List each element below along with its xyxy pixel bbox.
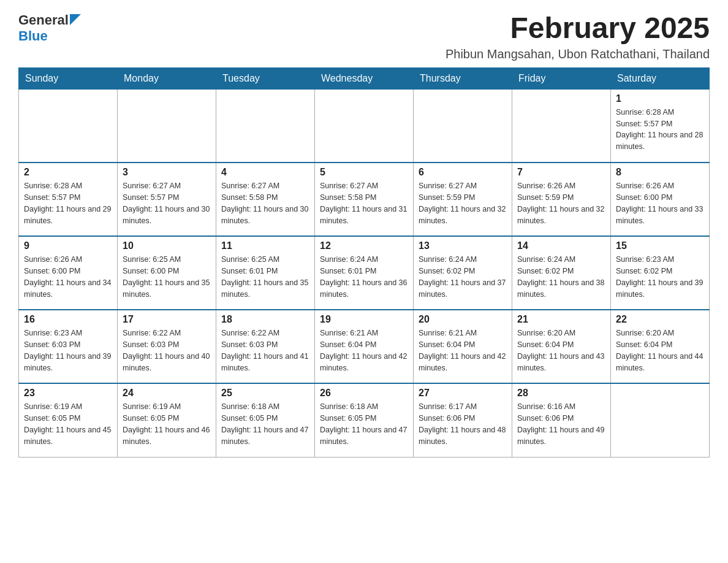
day-number: 19 bbox=[320, 314, 408, 325]
calendar-cell-week1-day4 bbox=[315, 89, 414, 163]
day-info: Sunrise: 6:21 AMSunset: 6:04 PMDaylight:… bbox=[320, 327, 408, 373]
day-info: Sunrise: 6:25 AMSunset: 6:00 PMDaylight:… bbox=[123, 254, 211, 300]
logo-arrow-icon bbox=[70, 14, 81, 25]
calendar-cell-week4-day1: 16Sunrise: 6:23 AMSunset: 6:03 PMDayligh… bbox=[19, 310, 118, 383]
calendar-cell-week4-day5: 20Sunrise: 6:21 AMSunset: 6:04 PMDayligh… bbox=[414, 310, 512, 383]
day-info: Sunrise: 6:27 AMSunset: 5:58 PMDaylight:… bbox=[320, 180, 408, 226]
calendar-cell-week2-day2: 3Sunrise: 6:27 AMSunset: 5:57 PMDaylight… bbox=[118, 163, 216, 236]
calendar-cell-week5-day3: 25Sunrise: 6:18 AMSunset: 6:05 PMDayligh… bbox=[216, 383, 315, 457]
location-title: Phibun Mangsahan, Ubon Ratchathani, Thai… bbox=[446, 47, 710, 61]
day-info: Sunrise: 6:20 AMSunset: 6:04 PMDaylight:… bbox=[616, 327, 704, 373]
calendar-cell-week2-day5: 6Sunrise: 6:27 AMSunset: 5:59 PMDaylight… bbox=[414, 163, 512, 236]
week-row-2: 2Sunrise: 6:28 AMSunset: 5:57 PMDaylight… bbox=[19, 163, 710, 236]
day-number: 18 bbox=[221, 314, 309, 325]
header-thursday: Thursday bbox=[414, 67, 512, 89]
day-number: 23 bbox=[24, 388, 112, 399]
calendar-cell-week2-day1: 2Sunrise: 6:28 AMSunset: 5:57 PMDaylight… bbox=[19, 163, 118, 236]
day-number: 17 bbox=[123, 314, 211, 325]
day-number: 15 bbox=[616, 240, 704, 251]
calendar-cell-week5-day7 bbox=[611, 383, 710, 457]
day-number: 22 bbox=[616, 314, 704, 325]
calendar-cell-week3-day5: 13Sunrise: 6:24 AMSunset: 6:02 PMDayligh… bbox=[414, 236, 512, 310]
calendar-cell-week1-day2 bbox=[118, 89, 216, 163]
logo-general-text: General bbox=[18, 12, 69, 28]
day-info: Sunrise: 6:26 AMSunset: 6:00 PMDaylight:… bbox=[24, 254, 112, 300]
day-number: 8 bbox=[616, 167, 704, 178]
day-number: 26 bbox=[320, 388, 408, 399]
day-info: Sunrise: 6:16 AMSunset: 6:06 PMDaylight:… bbox=[517, 401, 605, 447]
day-number: 20 bbox=[419, 314, 507, 325]
day-info: Sunrise: 6:26 AMSunset: 5:59 PMDaylight:… bbox=[517, 180, 605, 226]
calendar-cell-week1-day6 bbox=[512, 89, 611, 163]
calendar-cell-week1-day1 bbox=[19, 89, 118, 163]
header-tuesday: Tuesday bbox=[216, 67, 315, 89]
calendar-cell-week3-day2: 10Sunrise: 6:25 AMSunset: 6:00 PMDayligh… bbox=[118, 236, 216, 310]
calendar-cell-week1-day7: 1Sunrise: 6:28 AMSunset: 5:57 PMDaylight… bbox=[611, 89, 710, 163]
day-info: Sunrise: 6:27 AMSunset: 5:58 PMDaylight:… bbox=[221, 180, 309, 226]
day-number: 21 bbox=[517, 314, 605, 325]
day-number: 13 bbox=[419, 240, 507, 251]
calendar-cell-week4-day3: 18Sunrise: 6:22 AMSunset: 6:03 PMDayligh… bbox=[216, 310, 315, 383]
calendar-cell-week5-day6: 28Sunrise: 6:16 AMSunset: 6:06 PMDayligh… bbox=[512, 383, 611, 457]
header-monday: Monday bbox=[118, 67, 216, 89]
calendar-cell-week5-day4: 26Sunrise: 6:18 AMSunset: 6:05 PMDayligh… bbox=[315, 383, 414, 457]
day-info: Sunrise: 6:26 AMSunset: 6:00 PMDaylight:… bbox=[616, 180, 704, 226]
calendar-cell-week5-day1: 23Sunrise: 6:19 AMSunset: 6:05 PMDayligh… bbox=[19, 383, 118, 457]
day-number: 3 bbox=[123, 167, 211, 178]
calendar-cell-week5-day2: 24Sunrise: 6:19 AMSunset: 6:05 PMDayligh… bbox=[118, 383, 216, 457]
header-sunday: Sunday bbox=[19, 67, 118, 89]
day-info: Sunrise: 6:24 AMSunset: 6:02 PMDaylight:… bbox=[419, 254, 507, 300]
day-info: Sunrise: 6:23 AMSunset: 6:02 PMDaylight:… bbox=[616, 254, 704, 300]
calendar-cell-week4-day2: 17Sunrise: 6:22 AMSunset: 6:03 PMDayligh… bbox=[118, 310, 216, 383]
day-info: Sunrise: 6:24 AMSunset: 6:02 PMDaylight:… bbox=[517, 254, 605, 300]
logo-blue-text: Blue bbox=[18, 28, 48, 44]
calendar-table: Sunday Monday Tuesday Wednesday Thursday… bbox=[18, 67, 710, 458]
day-info: Sunrise: 6:19 AMSunset: 6:05 PMDaylight:… bbox=[24, 401, 112, 447]
calendar-cell-week1-day3 bbox=[216, 89, 315, 163]
day-number: 4 bbox=[221, 167, 309, 178]
day-number: 27 bbox=[419, 388, 507, 399]
day-number: 1 bbox=[616, 93, 704, 104]
day-number: 10 bbox=[123, 240, 211, 251]
week-row-3: 9Sunrise: 6:26 AMSunset: 6:00 PMDaylight… bbox=[19, 236, 710, 310]
day-number: 25 bbox=[221, 388, 309, 399]
calendar-cell-week3-day6: 14Sunrise: 6:24 AMSunset: 6:02 PMDayligh… bbox=[512, 236, 611, 310]
header-friday: Friday bbox=[512, 67, 611, 89]
calendar-cell-week2-day3: 4Sunrise: 6:27 AMSunset: 5:58 PMDaylight… bbox=[216, 163, 315, 236]
day-number: 9 bbox=[24, 240, 112, 251]
day-number: 2 bbox=[24, 167, 112, 178]
day-info: Sunrise: 6:20 AMSunset: 6:04 PMDaylight:… bbox=[517, 327, 605, 373]
week-row-5: 23Sunrise: 6:19 AMSunset: 6:05 PMDayligh… bbox=[19, 383, 710, 457]
page-header: General Blue February 2025 Phibun Mangsa… bbox=[18, 12, 710, 61]
day-number: 6 bbox=[419, 167, 507, 178]
calendar-cell-week4-day7: 22Sunrise: 6:20 AMSunset: 6:04 PMDayligh… bbox=[611, 310, 710, 383]
calendar-cell-week3-day7: 15Sunrise: 6:23 AMSunset: 6:02 PMDayligh… bbox=[611, 236, 710, 310]
day-number: 14 bbox=[517, 240, 605, 251]
calendar-cell-week5-day5: 27Sunrise: 6:17 AMSunset: 6:06 PMDayligh… bbox=[414, 383, 512, 457]
day-info: Sunrise: 6:21 AMSunset: 6:04 PMDaylight:… bbox=[419, 327, 507, 373]
header-saturday: Saturday bbox=[611, 67, 710, 89]
day-info: Sunrise: 6:18 AMSunset: 6:05 PMDaylight:… bbox=[221, 401, 309, 447]
day-info: Sunrise: 6:27 AMSunset: 5:59 PMDaylight:… bbox=[419, 180, 507, 226]
day-info: Sunrise: 6:18 AMSunset: 6:05 PMDaylight:… bbox=[320, 401, 408, 447]
week-row-1: 1Sunrise: 6:28 AMSunset: 5:57 PMDaylight… bbox=[19, 89, 710, 163]
day-info: Sunrise: 6:23 AMSunset: 6:03 PMDaylight:… bbox=[24, 327, 112, 373]
day-info: Sunrise: 6:22 AMSunset: 6:03 PMDaylight:… bbox=[123, 327, 211, 373]
header-wednesday: Wednesday bbox=[315, 67, 414, 89]
day-number: 7 bbox=[517, 167, 605, 178]
day-info: Sunrise: 6:25 AMSunset: 6:01 PMDaylight:… bbox=[221, 254, 309, 300]
day-number: 24 bbox=[123, 388, 211, 399]
calendar-header-row: Sunday Monday Tuesday Wednesday Thursday… bbox=[19, 67, 710, 89]
week-row-4: 16Sunrise: 6:23 AMSunset: 6:03 PMDayligh… bbox=[19, 310, 710, 383]
calendar-cell-week2-day6: 7Sunrise: 6:26 AMSunset: 5:59 PMDaylight… bbox=[512, 163, 611, 236]
day-number: 16 bbox=[24, 314, 112, 325]
day-info: Sunrise: 6:19 AMSunset: 6:05 PMDaylight:… bbox=[123, 401, 211, 447]
day-number: 28 bbox=[517, 388, 605, 399]
month-title: February 2025 bbox=[446, 12, 710, 45]
day-number: 12 bbox=[320, 240, 408, 251]
svg-marker-0 bbox=[70, 14, 81, 25]
day-info: Sunrise: 6:28 AMSunset: 5:57 PMDaylight:… bbox=[24, 180, 112, 226]
day-info: Sunrise: 6:24 AMSunset: 6:01 PMDaylight:… bbox=[320, 254, 408, 300]
calendar-cell-week2-day4: 5Sunrise: 6:27 AMSunset: 5:58 PMDaylight… bbox=[315, 163, 414, 236]
calendar-cell-week4-day4: 19Sunrise: 6:21 AMSunset: 6:04 PMDayligh… bbox=[315, 310, 414, 383]
